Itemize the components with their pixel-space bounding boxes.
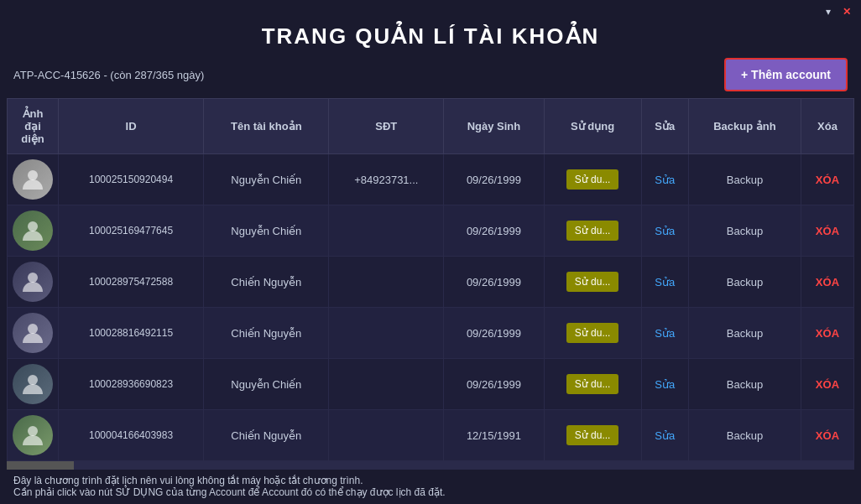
col-id: ID — [59, 99, 204, 154]
use-button[interactable]: Sử du... — [566, 374, 619, 394]
name-cell: Nguyễn Chiến — [204, 205, 329, 257]
edit-cell: Sửa — [641, 359, 688, 410]
use-cell: Sử du... — [544, 205, 641, 257]
edit-button[interactable]: Sửa — [655, 276, 675, 288]
delete-button[interactable]: XÓA — [816, 276, 839, 288]
table-row: 100028816492115Chiến Nguyễn09/26/1999Sử … — [8, 308, 854, 359]
add-account-button[interactable]: + Thêm account — [724, 58, 848, 91]
backup-button[interactable]: Backup — [727, 174, 763, 186]
edit-button[interactable]: Sửa — [655, 327, 675, 340]
use-button[interactable]: Sử du... — [566, 323, 619, 343]
svg-point-2 — [28, 273, 38, 283]
avatar-cell — [8, 205, 59, 257]
use-cell: Sử du... — [544, 410, 641, 461]
backup-cell: Backup — [689, 154, 801, 205]
minimize-button[interactable]: ▾ — [821, 4, 836, 19]
edit-cell: Sửa — [641, 154, 688, 205]
col-sdt: SĐT — [329, 99, 444, 154]
sdt-cell — [329, 308, 444, 359]
delete-button[interactable]: XÓA — [816, 378, 839, 391]
accounts-table: Ảnh đại diện ID Tên tài khoản SĐT Ngày S… — [7, 98, 854, 461]
close-button[interactable]: ✕ — [839, 4, 854, 19]
backup-button[interactable]: Backup — [727, 276, 763, 288]
license-info: ATP-ACC-415626 - (còn 287/365 ngày) — [13, 69, 204, 81]
backup-cell: Backup — [689, 308, 801, 359]
col-name: Tên tài khoản — [204, 99, 329, 154]
table-row: 100025150920494Nguyễn Chiến+84923731...0… — [8, 154, 854, 205]
delete-button[interactable]: XÓA — [816, 327, 839, 340]
use-button[interactable]: Sử du... — [566, 272, 619, 292]
edit-button[interactable]: Sửa — [655, 225, 675, 237]
col-use: Sử dụng — [544, 99, 641, 154]
edit-cell: Sửa — [641, 410, 688, 461]
avatar — [13, 210, 53, 251]
delete-cell: XÓA — [801, 308, 853, 359]
horizontal-scrollbar[interactable] — [7, 461, 854, 470]
backup-cell: Backup — [689, 257, 801, 308]
use-button[interactable]: Sử du... — [566, 169, 619, 190]
sdt-cell — [329, 410, 444, 461]
table-body: 100025150920494Nguyễn Chiến+84923731...0… — [8, 154, 854, 461]
birthday-cell: 09/26/1999 — [444, 308, 545, 359]
backup-button[interactable]: Backup — [727, 327, 763, 340]
backup-cell: Backup — [689, 359, 801, 410]
table-row: 100025169477645Nguyễn Chiến09/26/1999Sử … — [8, 205, 854, 257]
edit-button[interactable]: Sửa — [655, 429, 675, 442]
horizontal-scrollbar-thumb[interactable] — [7, 461, 74, 470]
delete-button[interactable]: XÓA — [816, 174, 839, 186]
name-cell: Nguyễn Chiến — [204, 154, 329, 205]
edit-button[interactable]: Sửa — [655, 378, 675, 391]
table-row: 100028975472588Chiến Nguyễn09/26/1999Sử … — [8, 257, 854, 308]
birthday-cell: 09/26/1999 — [444, 154, 545, 205]
sdt-cell — [329, 359, 444, 410]
svg-point-3 — [28, 324, 38, 334]
id-cell: 100004166403983 — [59, 410, 204, 461]
sdt-cell — [329, 257, 444, 308]
delete-cell: XÓA — [801, 257, 853, 308]
col-edit: Sửa — [641, 99, 688, 154]
title-bar: ▾ ✕ — [0, 0, 861, 23]
table-row: 100028936690823Nguyễn Chiến09/26/1999Sử … — [8, 359, 854, 410]
avatar — [13, 262, 53, 302]
delete-button[interactable]: XÓA — [816, 429, 839, 442]
avatar-cell — [8, 308, 59, 359]
backup-button[interactable]: Backup — [727, 225, 763, 237]
use-cell: Sử du... — [544, 154, 641, 205]
edit-cell: Sửa — [641, 205, 688, 257]
name-cell: Chiến Nguyễn — [204, 410, 329, 461]
svg-point-1 — [28, 221, 38, 231]
table-row: 100004166403983Chiến Nguyễn12/15/1991Sử … — [8, 410, 854, 461]
use-button[interactable]: Sử du... — [566, 425, 619, 445]
avatar-cell — [8, 257, 59, 308]
avatar-cell — [8, 410, 59, 461]
use-button[interactable]: Sử du... — [566, 221, 619, 241]
delete-button[interactable]: XÓA — [816, 225, 839, 237]
backup-button[interactable]: Backup — [727, 429, 763, 442]
use-cell: Sử du... — [544, 257, 641, 308]
svg-point-4 — [28, 375, 38, 385]
id-cell: 100028816492115 — [59, 308, 204, 359]
id-cell: 100025169477645 — [59, 205, 204, 257]
id-cell: 100025150920494 — [59, 154, 204, 205]
svg-point-5 — [28, 426, 38, 436]
name-cell: Chiến Nguyễn — [204, 308, 329, 359]
header-row: ATP-ACC-415626 - (còn 287/365 ngày) + Th… — [0, 58, 861, 98]
id-cell: 100028975472588 — [59, 257, 204, 308]
avatar — [13, 415, 53, 455]
backup-cell: Backup — [689, 205, 801, 257]
avatar-cell — [8, 154, 59, 205]
birthday-cell: 09/26/1999 — [444, 359, 545, 410]
delete-cell: XÓA — [801, 410, 853, 461]
delete-cell: XÓA — [801, 359, 853, 410]
table-header: Ảnh đại diện ID Tên tài khoản SĐT Ngày S… — [8, 99, 854, 154]
footer-note: Đây là chương trình đặt lịch nên vui lòn… — [0, 470, 861, 500]
edit-cell: Sửa — [641, 308, 688, 359]
accounts-table-wrapper: Ảnh đại diện ID Tên tài khoản SĐT Ngày S… — [7, 98, 854, 461]
delete-cell: XÓA — [801, 205, 853, 257]
backup-button[interactable]: Backup — [727, 378, 763, 391]
name-cell: Nguyễn Chiến — [204, 359, 329, 410]
edit-button[interactable]: Sửa — [655, 174, 675, 186]
col-delete: Xóa — [801, 99, 853, 154]
avatar — [13, 313, 53, 353]
sdt-cell — [329, 205, 444, 257]
